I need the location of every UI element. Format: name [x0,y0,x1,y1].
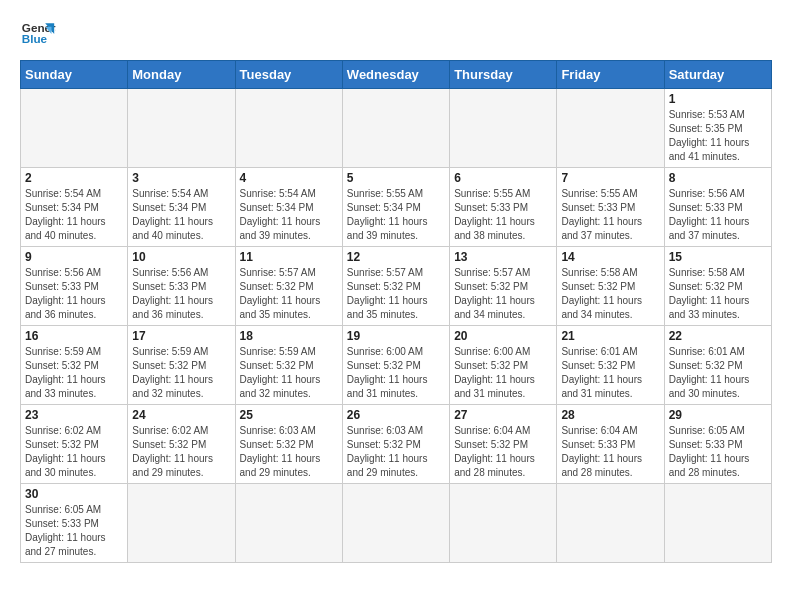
calendar-cell: 11Sunrise: 5:57 AMSunset: 5:32 PMDayligh… [235,247,342,326]
calendar-cell: 18Sunrise: 5:59 AMSunset: 5:32 PMDayligh… [235,326,342,405]
day-info: Sunrise: 5:59 AMSunset: 5:32 PMDaylight:… [25,345,123,401]
day-number: 12 [347,250,445,264]
day-info: Sunrise: 6:00 AMSunset: 5:32 PMDaylight:… [347,345,445,401]
day-info: Sunrise: 6:04 AMSunset: 5:33 PMDaylight:… [561,424,659,480]
calendar-cell: 7Sunrise: 5:55 AMSunset: 5:33 PMDaylight… [557,168,664,247]
calendar-week-row: 2Sunrise: 5:54 AMSunset: 5:34 PMDaylight… [21,168,772,247]
calendar-cell: 5Sunrise: 5:55 AMSunset: 5:34 PMDaylight… [342,168,449,247]
calendar-cell: 8Sunrise: 5:56 AMSunset: 5:33 PMDaylight… [664,168,771,247]
day-number: 7 [561,171,659,185]
day-info: Sunrise: 5:55 AMSunset: 5:33 PMDaylight:… [561,187,659,243]
calendar-week-row: 1Sunrise: 5:53 AMSunset: 5:35 PMDaylight… [21,89,772,168]
calendar-header-saturday: Saturday [664,61,771,89]
day-info: Sunrise: 6:03 AMSunset: 5:32 PMDaylight:… [240,424,338,480]
day-info: Sunrise: 5:54 AMSunset: 5:34 PMDaylight:… [240,187,338,243]
calendar: SundayMondayTuesdayWednesdayThursdayFrid… [20,60,772,563]
calendar-cell: 16Sunrise: 5:59 AMSunset: 5:32 PMDayligh… [21,326,128,405]
day-info: Sunrise: 6:01 AMSunset: 5:32 PMDaylight:… [669,345,767,401]
calendar-header-sunday: Sunday [21,61,128,89]
calendar-cell: 20Sunrise: 6:00 AMSunset: 5:32 PMDayligh… [450,326,557,405]
calendar-header-row: SundayMondayTuesdayWednesdayThursdayFrid… [21,61,772,89]
day-number: 5 [347,171,445,185]
day-info: Sunrise: 5:57 AMSunset: 5:32 PMDaylight:… [240,266,338,322]
day-number: 27 [454,408,552,422]
day-number: 19 [347,329,445,343]
calendar-week-row: 30Sunrise: 6:05 AMSunset: 5:33 PMDayligh… [21,484,772,563]
calendar-cell: 24Sunrise: 6:02 AMSunset: 5:32 PMDayligh… [128,405,235,484]
calendar-cell [128,89,235,168]
calendar-cell [21,89,128,168]
calendar-cell: 10Sunrise: 5:56 AMSunset: 5:33 PMDayligh… [128,247,235,326]
calendar-header-monday: Monday [128,61,235,89]
day-number: 11 [240,250,338,264]
day-number: 1 [669,92,767,106]
day-info: Sunrise: 6:01 AMSunset: 5:32 PMDaylight:… [561,345,659,401]
calendar-header-friday: Friday [557,61,664,89]
day-number: 23 [25,408,123,422]
calendar-header-wednesday: Wednesday [342,61,449,89]
calendar-cell [235,484,342,563]
day-info: Sunrise: 5:59 AMSunset: 5:32 PMDaylight:… [132,345,230,401]
calendar-cell: 25Sunrise: 6:03 AMSunset: 5:32 PMDayligh… [235,405,342,484]
calendar-week-row: 9Sunrise: 5:56 AMSunset: 5:33 PMDaylight… [21,247,772,326]
day-number: 9 [25,250,123,264]
calendar-cell: 27Sunrise: 6:04 AMSunset: 5:32 PMDayligh… [450,405,557,484]
day-info: Sunrise: 5:56 AMSunset: 5:33 PMDaylight:… [25,266,123,322]
calendar-cell: 9Sunrise: 5:56 AMSunset: 5:33 PMDaylight… [21,247,128,326]
day-number: 3 [132,171,230,185]
calendar-cell: 19Sunrise: 6:00 AMSunset: 5:32 PMDayligh… [342,326,449,405]
day-info: Sunrise: 5:55 AMSunset: 5:34 PMDaylight:… [347,187,445,243]
logo-icon: General Blue [20,16,56,52]
day-info: Sunrise: 5:58 AMSunset: 5:32 PMDaylight:… [669,266,767,322]
svg-text:Blue: Blue [22,32,48,45]
day-number: 13 [454,250,552,264]
day-number: 16 [25,329,123,343]
calendar-cell [450,484,557,563]
calendar-cell: 22Sunrise: 6:01 AMSunset: 5:32 PMDayligh… [664,326,771,405]
calendar-cell [450,89,557,168]
day-info: Sunrise: 5:54 AMSunset: 5:34 PMDaylight:… [132,187,230,243]
day-number: 22 [669,329,767,343]
day-info: Sunrise: 5:57 AMSunset: 5:32 PMDaylight:… [454,266,552,322]
calendar-cell: 15Sunrise: 5:58 AMSunset: 5:32 PMDayligh… [664,247,771,326]
day-number: 25 [240,408,338,422]
day-info: Sunrise: 5:55 AMSunset: 5:33 PMDaylight:… [454,187,552,243]
calendar-cell [235,89,342,168]
calendar-cell: 6Sunrise: 5:55 AMSunset: 5:33 PMDaylight… [450,168,557,247]
day-info: Sunrise: 6:03 AMSunset: 5:32 PMDaylight:… [347,424,445,480]
day-info: Sunrise: 5:56 AMSunset: 5:33 PMDaylight:… [669,187,767,243]
calendar-cell: 30Sunrise: 6:05 AMSunset: 5:33 PMDayligh… [21,484,128,563]
day-number: 29 [669,408,767,422]
day-number: 8 [669,171,767,185]
day-number: 30 [25,487,123,501]
calendar-cell: 3Sunrise: 5:54 AMSunset: 5:34 PMDaylight… [128,168,235,247]
day-info: Sunrise: 6:02 AMSunset: 5:32 PMDaylight:… [132,424,230,480]
day-info: Sunrise: 5:58 AMSunset: 5:32 PMDaylight:… [561,266,659,322]
calendar-cell: 26Sunrise: 6:03 AMSunset: 5:32 PMDayligh… [342,405,449,484]
calendar-week-row: 23Sunrise: 6:02 AMSunset: 5:32 PMDayligh… [21,405,772,484]
calendar-cell [342,89,449,168]
day-number: 26 [347,408,445,422]
day-info: Sunrise: 6:00 AMSunset: 5:32 PMDaylight:… [454,345,552,401]
logo: General Blue [20,16,60,52]
calendar-header-thursday: Thursday [450,61,557,89]
calendar-cell: 23Sunrise: 6:02 AMSunset: 5:32 PMDayligh… [21,405,128,484]
day-info: Sunrise: 5:56 AMSunset: 5:33 PMDaylight:… [132,266,230,322]
calendar-cell [128,484,235,563]
calendar-week-row: 16Sunrise: 5:59 AMSunset: 5:32 PMDayligh… [21,326,772,405]
day-number: 18 [240,329,338,343]
day-info: Sunrise: 6:02 AMSunset: 5:32 PMDaylight:… [25,424,123,480]
calendar-cell [664,484,771,563]
calendar-cell: 29Sunrise: 6:05 AMSunset: 5:33 PMDayligh… [664,405,771,484]
calendar-cell: 14Sunrise: 5:58 AMSunset: 5:32 PMDayligh… [557,247,664,326]
calendar-cell: 28Sunrise: 6:04 AMSunset: 5:33 PMDayligh… [557,405,664,484]
calendar-cell: 17Sunrise: 5:59 AMSunset: 5:32 PMDayligh… [128,326,235,405]
calendar-header-tuesday: Tuesday [235,61,342,89]
day-info: Sunrise: 5:54 AMSunset: 5:34 PMDaylight:… [25,187,123,243]
day-number: 14 [561,250,659,264]
day-number: 10 [132,250,230,264]
header: General Blue [20,16,772,52]
day-info: Sunrise: 5:59 AMSunset: 5:32 PMDaylight:… [240,345,338,401]
calendar-cell: 4Sunrise: 5:54 AMSunset: 5:34 PMDaylight… [235,168,342,247]
day-info: Sunrise: 5:57 AMSunset: 5:32 PMDaylight:… [347,266,445,322]
